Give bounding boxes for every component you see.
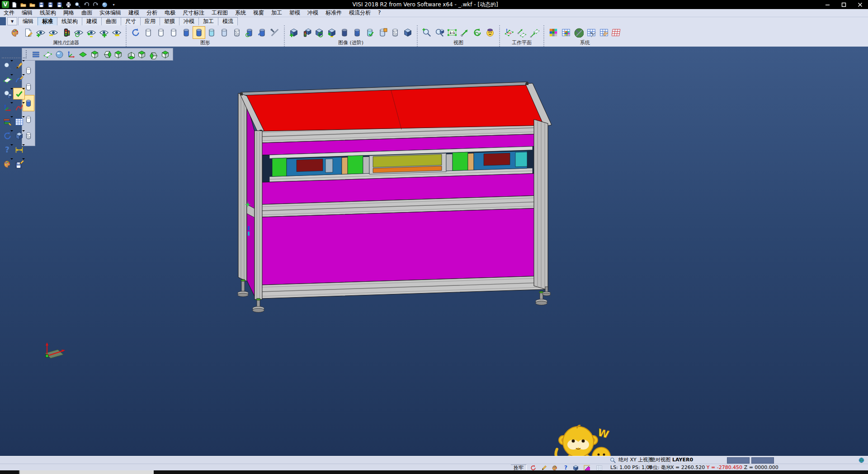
solids-plus-minus-icon[interactable] [326, 26, 338, 39]
shade-refresh-icon[interactable] [243, 26, 256, 39]
redo-icon[interactable] [92, 1, 99, 9]
cube-shaded-icon[interactable] [401, 26, 414, 39]
save-all-icon[interactable] [56, 1, 63, 9]
show-plus-minus-icon[interactable] [85, 26, 98, 39]
grid-display-icon[interactable] [610, 26, 623, 39]
workplane-rotate-icon[interactable] [515, 26, 528, 39]
cylinder-wireframe-icon[interactable] [167, 26, 180, 39]
globe-icon[interactable] [858, 457, 865, 464]
solids-add-icon[interactable] [288, 26, 300, 39]
menu-edit[interactable]: 编辑 [18, 9, 36, 17]
show-minus-icon[interactable] [110, 26, 123, 39]
rotate-view-icon[interactable] [471, 26, 484, 39]
tab-edit[interactable]: 编辑 [18, 17, 38, 25]
menu-system[interactable]: 系统 [231, 9, 250, 17]
workplane-move-icon[interactable] [528, 26, 541, 39]
equipment-dark-red-block[interactable] [484, 153, 510, 166]
menu-wireframe[interactable]: 线架构 [36, 9, 60, 17]
grid-snap-icon[interactable] [598, 26, 610, 39]
tab-mould[interactable]: 塑膜 [160, 17, 179, 25]
left-rear-post[interactable] [238, 93, 247, 281]
equipment-dark-red-block[interactable] [297, 159, 323, 172]
menu-file[interactable]: 文件 [0, 9, 18, 17]
view-mode-field[interactable]: 绝对视图 [648, 457, 672, 463]
menu-standard-parts[interactable]: 标准件 [322, 9, 345, 17]
taskbar-window-button[interactable] [19, 470, 154, 474]
leveling-foot[interactable] [253, 299, 264, 313]
menu-modeling[interactable]: 建模 [125, 9, 143, 17]
workplane-axis-icon[interactable] [503, 26, 515, 39]
equipment-green-block[interactable] [272, 158, 287, 176]
menu-mould[interactable]: 塑模 [286, 9, 304, 17]
show-plus-icon[interactable] [98, 26, 110, 39]
tab-progress[interactable]: 冲模 [179, 17, 199, 25]
cylinder-shaded-edges-icon[interactable] [193, 26, 205, 39]
cylinder-hidden-line-icon[interactable] [231, 26, 243, 39]
zoom-dynamic-icon[interactable] [458, 26, 471, 39]
open-file-icon[interactable] [19, 1, 27, 9]
regenerate-icon[interactable] [129, 26, 142, 39]
cylinder-wireframe-icon[interactable] [155, 26, 167, 39]
toolbar-overflow-icon[interactable]: ▾ [110, 1, 118, 9]
menu-mesh[interactable]: 网格 [60, 9, 78, 17]
save-icon[interactable] [38, 1, 45, 9]
tab-modeling[interactable]: 建模 [82, 17, 102, 25]
show-remove-icon[interactable] [47, 26, 60, 39]
print-preview-icon[interactable] [74, 1, 81, 9]
cylinder-transparent-icon[interactable] [205, 26, 218, 39]
menu-drafting[interactable]: 工程图 [208, 9, 231, 17]
3d-model-machine-enclosure[interactable] [0, 47, 868, 456]
menu-dimension[interactable]: 尺寸标注 [179, 9, 208, 17]
tab-dropdown-button[interactable]: ▼ [7, 17, 17, 25]
menu-machining[interactable]: 加工 [268, 9, 286, 17]
color-table-icon[interactable] [547, 26, 560, 39]
save-as-icon[interactable] [47, 1, 54, 9]
equipment-olive-plate[interactable] [373, 154, 442, 167]
zoom-1-1-icon[interactable]: 1:1 [446, 26, 458, 39]
tab-machining[interactable]: 加工 [198, 17, 218, 25]
show-add-icon[interactable] [34, 26, 47, 39]
left-side-panel[interactable] [247, 103, 255, 296]
cylinder-wireframe-icon[interactable] [142, 26, 155, 39]
tab-surface[interactable]: 曲面 [101, 17, 121, 25]
solids-traffic-light-icon[interactable] [300, 26, 313, 39]
solids-refresh-icon[interactable] [313, 26, 326, 39]
tab-wireframe[interactable]: 线架构 [57, 17, 82, 25]
zoom-all-icon[interactable] [420, 26, 433, 39]
system-settings-icon[interactable] [560, 26, 572, 39]
cylinder-verified-icon[interactable] [363, 26, 376, 39]
new-file-icon[interactable] [10, 1, 18, 9]
zoom-window-icon[interactable] [433, 26, 446, 39]
menu-solid-edit[interactable]: 实体编辑 [96, 9, 125, 17]
print-icon[interactable] [65, 1, 72, 9]
tab-dimension[interactable]: 尺寸 [121, 17, 141, 25]
attributes-palette-icon[interactable] [9, 26, 22, 39]
menu-flow-analysis[interactable]: 模流分析 [345, 9, 374, 17]
undo-icon[interactable] [83, 1, 90, 9]
main-front-panel[interactable] [261, 208, 546, 285]
menu-help[interactable]: ? [374, 9, 384, 17]
render-settings-icon[interactable] [269, 26, 281, 39]
cylinder-flat-icon[interactable] [218, 26, 231, 39]
menu-window[interactable]: 视窗 [250, 9, 268, 17]
cylinder-section-icon[interactable] [376, 26, 389, 39]
cylinder-wire-icon[interactable] [389, 26, 401, 39]
copy-attributes-icon[interactable] [22, 26, 34, 39]
cylinder-dark-icon[interactable] [338, 26, 351, 39]
menu-analysis[interactable]: 分析 [143, 9, 161, 17]
active-layer-field[interactable]: LAYER0 [670, 457, 695, 463]
view-face-icon[interactable] [484, 26, 496, 39]
3d-viewport[interactable]: ? [0, 47, 868, 456]
color-swatch-button[interactable] [727, 457, 750, 464]
maximize-button[interactable] [835, 0, 852, 9]
leveling-foot[interactable] [238, 280, 249, 297]
cylinder-shaded-icon[interactable] [180, 26, 193, 39]
tab-flow[interactable]: 模流 [218, 17, 238, 25]
customize-table-icon[interactable] [585, 26, 598, 39]
cylinder-striped-icon[interactable] [351, 26, 363, 39]
refresh-visibility-icon[interactable] [72, 26, 85, 39]
color-swatch-button[interactable] [751, 457, 774, 464]
menu-electrode[interactable]: 电极 [161, 9, 179, 17]
open-project-icon[interactable] [28, 1, 36, 9]
left-front-post[interactable] [255, 131, 262, 299]
